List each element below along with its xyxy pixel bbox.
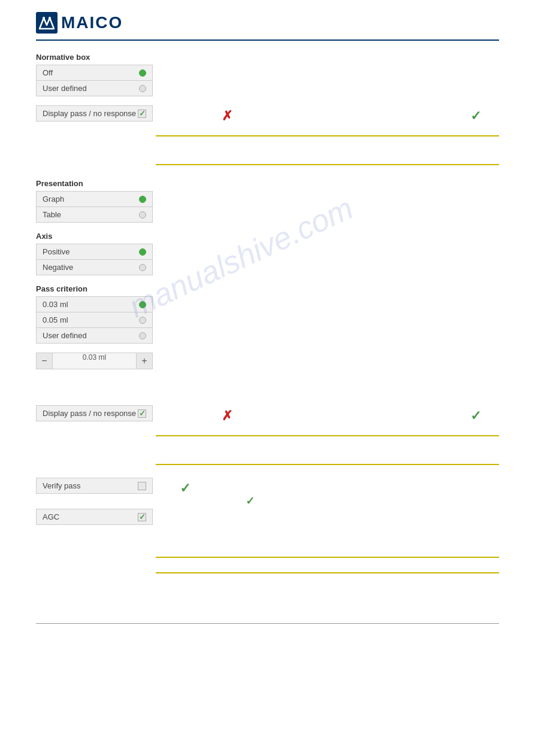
golden-line-5	[156, 557, 499, 558]
golden-line-4	[156, 464, 499, 465]
display-pass-2-checkbox-row[interactable]: Display pass / no response ✓	[36, 405, 153, 421]
header: MAICO	[36, 12, 499, 41]
verify-pass-checkbox[interactable]	[138, 482, 146, 490]
normative-box-off-label: Off	[43, 68, 53, 77]
verify-pass-controls: Verify pass	[36, 478, 156, 503]
display-pass-1-right: ✗ ✓	[156, 105, 499, 123]
agc-checkbox[interactable]: ✓	[138, 513, 146, 521]
axis-positive-item[interactable]: Positive	[37, 244, 152, 260]
normative-box-userdefined-item[interactable]: User defined	[37, 81, 152, 96]
stepper-row: − 0.03 ml +	[36, 353, 153, 369]
check-icon-4: ✓	[246, 494, 255, 508]
display-pass-1-checkbox[interactable]: ✓	[138, 110, 146, 118]
check-icon-2: ✓	[470, 408, 481, 424]
agc-label: AGC	[43, 512, 138, 521]
check-icon-3: ✓	[180, 481, 191, 496]
display-pass-2-checkbox[interactable]: ✓	[138, 409, 146, 418]
stepper-value[interactable]: 0.03 ml	[53, 353, 136, 369]
normative-box-radio-group: Off User defined	[36, 65, 153, 96]
footer-line	[36, 623, 499, 624]
verify-pass-right: ✓ ✓	[156, 478, 499, 496]
golden-line-3	[156, 435, 499, 436]
display-pass-2-label: Display pass / no response	[43, 409, 138, 418]
pass-criterion-label: Pass criterion	[36, 284, 499, 293]
display-pass-2-row: Display pass / no response ✓ ✗ ✓	[36, 405, 499, 430]
presentation-radio-group: Graph Table	[36, 191, 153, 223]
display-pass-2-controls: Display pass / no response ✓	[36, 405, 156, 430]
display-pass-1-label: Display pass / no response	[43, 109, 138, 118]
pass-criterion-003-dot[interactable]	[139, 301, 146, 308]
x-icon-1: ✗	[222, 108, 232, 124]
normative-box-off-dot[interactable]	[139, 69, 146, 77]
axis-radio-group: Positive Negative	[36, 244, 153, 275]
normative-box-off-item[interactable]: Off	[37, 65, 152, 81]
presentation-graph-item[interactable]: Graph	[37, 192, 152, 207]
logo-text: MAICO	[61, 13, 123, 32]
pass-criterion-radio-group: 0.03 ml 0.05 ml User defined	[36, 296, 153, 344]
verify-pass-row: Verify pass ✓ ✓	[36, 478, 499, 503]
display-pass-1-checkbox-row[interactable]: Display pass / no response ✓	[36, 105, 153, 122]
presentation-table-label: Table	[43, 210, 61, 219]
axis-negative-dot[interactable]	[139, 264, 146, 271]
display-pass-1-controls: Display pass / no response ✓	[36, 105, 156, 130]
pass-criterion-userdefined-label: User defined	[43, 331, 87, 340]
presentation-section: Presentation Graph Table	[36, 179, 499, 223]
x-icon-2: ✗	[222, 408, 232, 424]
logo: MAICO	[36, 12, 123, 34]
svg-point-2	[43, 17, 45, 19]
stepper-minus-button[interactable]: −	[36, 353, 53, 369]
pass-criterion-005-dot[interactable]	[139, 317, 146, 324]
presentation-graph-label: Graph	[43, 195, 64, 204]
axis-positive-dot[interactable]	[139, 248, 146, 256]
presentation-label: Presentation	[36, 179, 499, 188]
display-pass-1-row: Display pass / no response ✓ ✗ ✓	[36, 105, 499, 130]
verify-pass-label: Verify pass	[43, 481, 138, 490]
pass-criterion-userdefined-dot[interactable]	[139, 332, 146, 339]
normative-box-label: Normative box	[36, 53, 499, 62]
stepper-plus-button[interactable]: +	[136, 353, 153, 369]
display-pass-2-checkmark: ✓	[139, 409, 146, 418]
axis-positive-label: Positive	[43, 247, 70, 256]
golden-line-2	[156, 164, 499, 165]
pass-criterion-003-item[interactable]: 0.03 ml	[37, 297, 152, 312]
pass-criterion-section: Pass criterion 0.03 ml 0.05 ml User defi…	[36, 284, 499, 344]
agc-checkmark: ✓	[139, 512, 146, 521]
pass-criterion-005-label: 0.05 ml	[43, 315, 68, 324]
axis-negative-label: Negative	[43, 263, 73, 272]
golden-line-1	[156, 135, 499, 136]
agc-checkbox-row[interactable]: AGC ✓	[36, 509, 153, 525]
normative-box-userdefined-dot[interactable]	[139, 85, 146, 92]
axis-label: Axis	[36, 232, 499, 241]
pass-criterion-userdefined-item[interactable]: User defined	[37, 328, 152, 343]
presentation-table-dot[interactable]	[139, 211, 146, 218]
agc-section: AGC ✓	[36, 509, 499, 525]
check-icon-1: ✓	[470, 108, 481, 124]
svg-point-3	[49, 17, 51, 19]
normative-box-userdefined-label: User defined	[43, 84, 87, 93]
logo-icon	[36, 12, 58, 34]
golden-line-6	[156, 572, 499, 573]
display-pass-2-right: ✗ ✓	[156, 405, 499, 423]
presentation-table-item[interactable]: Table	[37, 207, 152, 222]
presentation-graph-dot[interactable]	[139, 196, 146, 203]
pass-criterion-005-item[interactable]: 0.05 ml	[37, 312, 152, 328]
normative-box-section: Normative box Off User defined	[36, 53, 499, 96]
pass-criterion-003-label: 0.03 ml	[43, 300, 68, 309]
svg-rect-0	[36, 12, 58, 34]
axis-section: Axis Positive Negative	[36, 232, 499, 275]
display-pass-1-checkmark: ✓	[139, 109, 146, 118]
axis-negative-item[interactable]: Negative	[37, 260, 152, 275]
verify-pass-checkbox-row[interactable]: Verify pass	[36, 478, 153, 494]
